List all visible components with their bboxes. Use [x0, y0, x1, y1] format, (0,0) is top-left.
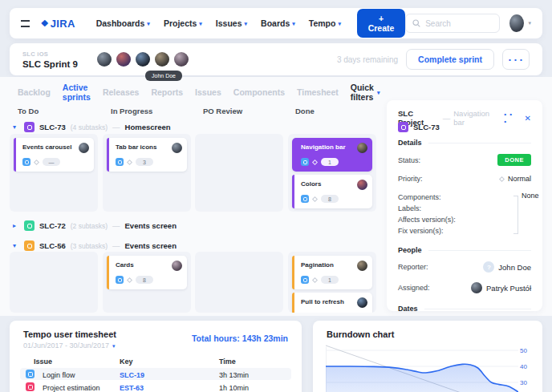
swimlane-header-slc-56[interactable]: ▾ SLC-56 (3 subtasks) — Events screen	[13, 240, 177, 251]
tab-backlog[interactable]: Backlog	[18, 87, 51, 97]
timesheet-row[interactable]: Project estimation EST-63 1h 10min	[20, 381, 291, 392]
swimlane-header-slc-73[interactable]: ▾ SLC-73 (4 subtasks) — Homescreen	[13, 122, 171, 132]
section-dates: Dates	[398, 305, 418, 311]
priority-icon	[312, 159, 318, 164]
chevron-down-icon: ▾	[112, 343, 116, 349]
card-tab-bar-icons[interactable]: Tab bar icons 3	[107, 138, 187, 172]
search-input[interactable]	[425, 19, 493, 28]
tab-timesheet[interactable]: Timesheet	[297, 87, 339, 97]
field-group-bracket	[513, 196, 518, 234]
top-navigation-bar: ❖ JIRA Dashboards ▾ Projects ▾ Issues ▾ …	[10, 8, 542, 38]
y-tick-label: 30	[520, 379, 536, 386]
estimate-badge: 8	[136, 276, 153, 284]
tempo-timesheet-panel: Tempo user timesheet 01/Jun/2017 - 30/Ju…	[10, 321, 302, 392]
detail-more-button[interactable]: • • •	[504, 111, 517, 125]
priority-icon	[499, 176, 505, 181]
status-badge[interactable]: DONE	[497, 154, 531, 166]
tab-issues[interactable]: Issues	[195, 87, 221, 97]
priority-icon	[127, 277, 132, 282]
sprint-more-button[interactable]: • • •	[502, 49, 530, 70]
issue-type-icon	[26, 382, 34, 391]
nav-issues[interactable]: Issues ▾	[216, 18, 247, 28]
member-avatar[interactable]	[97, 52, 112, 67]
card-pull-to-refresh[interactable]: Pull to refresh	[292, 293, 372, 313]
sprint-header: SLC iOS SLC Sprint 9 John Doe 3 days rem…	[10, 43, 542, 75]
issue-type-icon	[24, 220, 34, 231]
subtask-type-icon	[116, 276, 124, 284]
total-hours-label: Total hours:	[192, 333, 240, 343]
issue-key-link[interactable]: EST-63	[120, 384, 144, 392]
lane-slc56-todo	[10, 252, 98, 313]
quick-filters-dropdown[interactable]: Quick filters ▾	[351, 83, 380, 102]
issue-type-icon	[24, 240, 34, 251]
timesheet-row[interactable]: Login flow SLC-19 3h 13min	[20, 368, 291, 380]
search-icon	[412, 19, 420, 27]
priority-icon	[127, 159, 132, 164]
nav-dashboards[interactable]: Dashboards ▾	[96, 18, 150, 28]
column-header-done: Done	[295, 107, 315, 115]
column-header-in-progress: In Progress	[111, 107, 152, 115]
member-avatar[interactable]	[174, 52, 189, 67]
burndown-chart	[326, 342, 518, 392]
subtask-type-icon	[301, 195, 309, 203]
timesheet-col-key: Key	[120, 358, 133, 366]
main-nav: Dashboards ▾ Projects ▾ Issues ▾ Boards …	[96, 18, 341, 28]
chevron-down-icon: ▾	[377, 90, 380, 95]
create-button[interactable]: + Create	[357, 9, 405, 38]
menu-icon[interactable]	[21, 20, 30, 27]
chevron-down-icon: ▾	[245, 21, 248, 26]
chevron-down-icon: ▾	[338, 21, 341, 26]
sprint-name: SLC Sprint 9	[22, 59, 78, 69]
member-avatar[interactable]	[136, 52, 150, 67]
member-avatar[interactable]	[116, 52, 131, 67]
card-cards[interactable]: Cards 8	[107, 256, 187, 289]
subtask-type-icon	[301, 158, 309, 166]
assignee-avatar	[357, 297, 367, 308]
assignee-avatar	[172, 143, 182, 153]
issue-key-link[interactable]: SLC-19	[120, 371, 144, 379]
nav-boards[interactable]: Boards ▾	[261, 18, 295, 28]
member-avatar[interactable]	[155, 52, 169, 67]
card-events-carousel[interactable]: Events carousel —	[14, 138, 94, 172]
jira-app: ❖ JIRA Dashboards ▾ Projects ▾ Issues ▾ …	[0, 0, 552, 392]
sprint-member-avatars: John Doe	[97, 52, 189, 67]
tab-reports[interactable]: Reports	[151, 87, 183, 97]
nav-projects[interactable]: Projects ▾	[164, 18, 202, 28]
close-icon[interactable]: ✕	[525, 114, 531, 123]
nav-tempo[interactable]: Tempo ▾	[309, 18, 341, 28]
timesheet-date-range[interactable]: 01/Jun/2017 - 30/Jun/2017 ▾	[23, 341, 116, 350]
complete-sprint-button[interactable]: Complete sprint	[406, 49, 494, 70]
assignee-avatar	[357, 180, 367, 190]
card-colors[interactable]: Colors 8	[292, 175, 372, 208]
issue-type-icon	[398, 122, 408, 132]
tab-releases[interactable]: Releases	[103, 87, 140, 97]
estimate-badge: 3	[136, 158, 153, 166]
search-box[interactable]	[405, 14, 500, 33]
chevron-right-icon[interactable]: ▸	[13, 222, 19, 229]
tab-components[interactable]: Components	[233, 87, 285, 97]
chevron-down-icon[interactable]: ▾	[13, 123, 19, 131]
column-header-po-review: PO Review	[203, 107, 242, 115]
chevron-down-icon: ▾	[292, 21, 295, 26]
chevron-down-icon: ▾	[147, 21, 150, 26]
column-header-todo: To Do	[18, 107, 39, 115]
section-details: Details	[398, 139, 422, 147]
detail-issue-title: Navigation bar	[453, 109, 501, 127]
tab-active-sprints[interactable]: Active sprints	[63, 83, 91, 102]
field-group-value: None	[522, 192, 539, 200]
subtask-type-icon	[301, 276, 309, 284]
user-avatar[interactable]	[509, 14, 524, 32]
chevron-down-icon[interactable]: ▾	[13, 242, 19, 249]
chevron-down-icon[interactable]: ▾	[528, 20, 531, 26]
remaining-area	[326, 364, 518, 392]
chevron-down-icon: ▾	[199, 21, 202, 26]
card-navigation-bar[interactable]: Navigation bar 1	[292, 138, 372, 172]
assignee-name: Patryk Pustół	[486, 284, 531, 293]
estimate-badge: 1	[321, 276, 339, 284]
swimlane-header-slc-72[interactable]: ▸ SLC-72 (2 subtasks) — Events screen	[13, 220, 177, 231]
board-tabs: Backlog Active sprints Releases Reports …	[18, 83, 377, 102]
jira-logo[interactable]: ❖ JIRA	[41, 18, 75, 30]
card-pagination[interactable]: Pagination 1	[292, 256, 372, 289]
estimate-badge: —	[43, 158, 60, 166]
priority-icon	[312, 196, 318, 201]
